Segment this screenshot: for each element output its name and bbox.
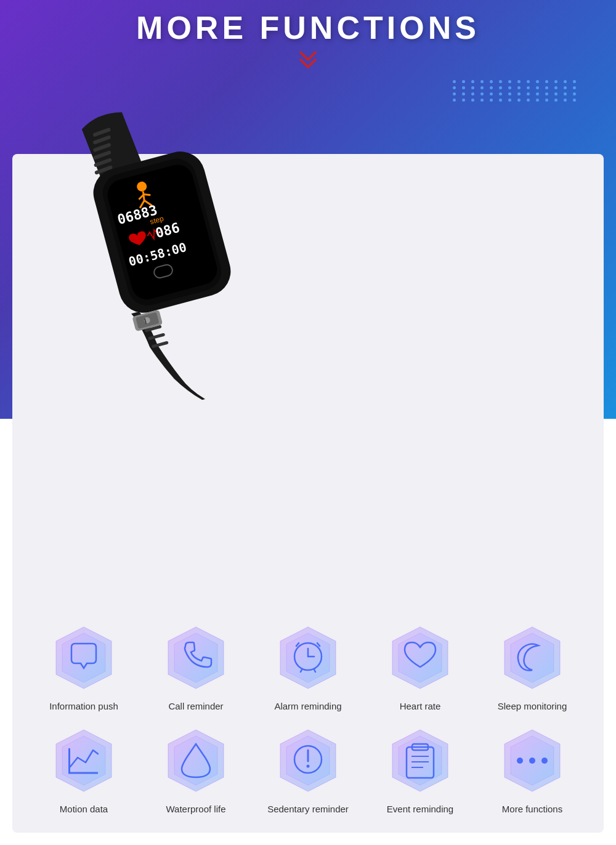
features-grid: Information push [12, 608, 604, 827]
svg-point-65 [529, 758, 535, 764]
feature-label-heart-rate: Heart rate [400, 701, 441, 711]
feature-icon-sleep-monitoring [495, 621, 569, 695]
svg-point-66 [541, 758, 548, 764]
feature-label-sedentary-reminder: Sedentary reminder [267, 804, 349, 814]
feature-item-waterproof-life: Waterproof life [143, 724, 249, 814]
feature-icon-more-functions [495, 724, 569, 798]
features-section: Information push [12, 608, 604, 827]
page-title: MORE FUNCTIONS [0, 9, 616, 46]
feature-label-motion-data: Motion data [60, 804, 108, 814]
feature-icon-event-reminding [383, 724, 457, 798]
feature-item-motion-data: Motion data [31, 724, 137, 814]
feature-icon-heart-rate [383, 621, 457, 695]
svg-point-64 [517, 758, 523, 764]
dot-pattern-decoration: const dots = document.currentScript.pare… [453, 80, 579, 102]
feature-item-sedentary-reminder: Sedentary reminder [255, 724, 361, 814]
feature-icon-alarm-reminding [271, 621, 345, 695]
feature-item-event-reminding: Event reminding [367, 724, 473, 814]
feature-label-sleep-monitoring: Sleep monitoring [498, 701, 567, 711]
feature-item-call-reminder: Call reminder [143, 621, 249, 711]
feature-item-more-functions: More functions [479, 724, 585, 814]
feature-icon-call-reminder [159, 621, 233, 695]
feature-label-alarm-reminding: Alarm reminding [274, 701, 341, 711]
feature-item-heart-rate: Heart rate [367, 621, 473, 711]
page-wrapper: MORE FUNCTIONS const dots = document.cur… [0, 0, 616, 845]
feature-label-info-push: Information push [49, 701, 118, 711]
svg-rect-46 [68, 748, 70, 773]
feature-icon-waterproof-life [159, 724, 233, 798]
feature-label-more-functions: More functions [502, 804, 562, 814]
feature-label-event-reminding: Event reminding [387, 804, 453, 814]
feature-label-waterproof-life: Waterproof life [166, 804, 226, 814]
feature-item-alarm-reminding: Alarm reminding [255, 621, 361, 711]
feature-icon-sedentary-reminder [271, 724, 345, 798]
feature-item-sleep-monitoring: Sleep monitoring [479, 621, 585, 711]
feature-item-info-push: Information push [31, 621, 137, 711]
svg-point-54 [307, 765, 310, 768]
watch-image: 06883 step 086 00:58:00 [0, 62, 345, 431]
feature-label-call-reminder: Call reminder [168, 701, 223, 711]
feature-icon-motion-data [47, 724, 121, 798]
feature-icon-info-push [47, 621, 121, 695]
